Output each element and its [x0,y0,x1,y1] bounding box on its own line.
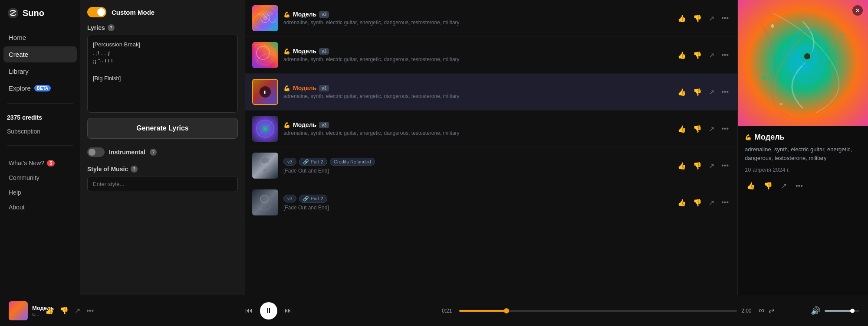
share-button[interactable]: ↗ [707,86,716,98]
like-button[interactable]: 👍 [676,49,688,61]
share-button[interactable]: ↗ [707,13,716,24]
player-share-button[interactable]: ↗ [73,305,82,316]
like-button[interactable]: 👍 [676,160,688,172]
song-thumbnail [252,116,278,142]
generate-lyrics-button[interactable]: Generate Lyrics [87,118,238,139]
list-item[interactable]: v3 🔗 Part 2 [Fade Out and End] 👍 👎 ↗ ••• [245,184,737,221]
player-info-text: Модель adrenaline, synth, electr [32,305,39,316]
sidebar-item-help[interactable]: Help [3,186,77,199]
list-item[interactable]: v3 🔗 Part 2 Credits Refunded [Fade Out a… [245,147,737,184]
share-button[interactable]: ↗ [707,160,716,172]
album-art-svg [738,0,868,126]
close-panel-button[interactable]: ✕ [852,5,863,16]
app-logo: Suno [0,7,80,29]
song-thumbnail [252,189,278,215]
share-button[interactable]: ↗ [707,123,716,135]
dislike-button[interactable]: 👎 [691,160,704,172]
song-info: v3 🔗 Part 2 [Fade Out and End] [283,195,671,211]
svg-point-18 [841,33,843,36]
sidebar-item-whats-new[interactable]: What's New? 5 [3,156,77,170]
style-label: Style of Music ? [87,166,238,173]
instrumental-help-icon[interactable]: ? [150,149,157,156]
svg-point-21 [780,103,783,105]
skip-back-button[interactable]: ⏮ [245,306,253,315]
like-button[interactable]: 👍 [676,123,688,135]
thumb-art [252,5,278,31]
dislike-button-right[interactable]: 👎 [762,180,774,192]
dislike-button[interactable]: 👎 [691,123,704,135]
song-title-row: v3 🔗 Part 2 [283,195,671,203]
current-time: 0:21 [442,308,455,314]
dislike-button[interactable]: 👎 [691,197,704,209]
sidebar-item-library[interactable]: Library [3,63,77,79]
instrumental-toggle[interactable] [87,147,105,157]
player-bar: Модель adrenaline, synth, electr 👍 👎 ↗ •… [0,295,868,326]
more-button[interactable]: ••• [720,86,730,98]
song-tags: adrenaline, synth, electric guitar, ener… [283,130,671,136]
muscle-icon: 💪 [283,48,290,55]
dislike-button[interactable]: 👎 [691,13,704,24]
skip-forward-button[interactable]: ⏭ [284,306,292,315]
more-button[interactable]: ••• [720,13,730,24]
player-like-button[interactable]: 👍 [43,305,56,316]
song-info: 💪 Модель v3 adrenaline, synth, electric … [283,121,671,136]
share-button-right[interactable]: ↗ [779,180,789,192]
shuffle-button[interactable]: ⇄ [769,306,774,315]
sidebar-item-create[interactable]: Create [3,46,77,62]
loop-button[interactable]: ∞ [759,306,764,315]
list-item[interactable]: 💪 Модель v3 adrenaline, synth, electric … [245,37,737,74]
song-title-row: v3 🔗 Part 2 Credits Refunded [283,158,671,166]
list-item[interactable]: 💪 Модель v3 adrenaline, synth, electric … [245,0,737,37]
dislike-button[interactable]: 👎 [691,49,704,61]
share-button[interactable]: ↗ [707,49,716,61]
song-info: v3 🔗 Part 2 Credits Refunded [Fade Out a… [283,158,671,174]
total-time: 2:00 [741,308,754,314]
song-actions: 👍 👎 ↗ ••• [676,197,730,209]
thumb-art [252,189,278,215]
sidebar-item-community[interactable]: Community [3,171,77,185]
like-button[interactable]: 👍 [676,86,688,98]
lyrics-help-icon[interactable]: ? [108,24,115,31]
like-button[interactable]: 👍 [676,197,688,209]
song-actions: 👍 👎 ↗ ••• [676,160,730,172]
dislike-button[interactable]: 👎 [691,86,704,98]
create-panel: Custom Mode Lyrics ? [Percussion Break] … [80,0,245,295]
volume-icon[interactable]: 🔊 [811,306,820,316]
svg-point-10 [263,169,267,173]
link-icon: 🔗 [303,196,309,202]
player-controls: ⏮ ⏸ ⏭ [102,302,435,319]
more-button[interactable]: ••• [720,197,730,208]
list-item[interactable]: 💪 Модель v3 adrenaline, synth, electric … [245,111,737,147]
volume-bar[interactable] [825,310,859,312]
app-name: Suno [23,8,44,18]
sidebar-item-home[interactable]: Home [3,29,77,46]
credits-display[interactable]: 2375 credits [0,111,80,124]
player-dislike-button[interactable]: 👎 [58,305,70,316]
like-button-right[interactable]: 👍 [745,180,757,192]
style-input[interactable] [87,176,238,192]
svg-point-16 [804,53,810,59]
more-button[interactable]: ••• [720,49,730,61]
more-button-right[interactable]: ••• [794,180,805,192]
player-more-button[interactable]: ••• [85,305,95,316]
thumb-art [252,153,278,179]
player-subtitle: adrenaline, synth, electr [32,311,39,316]
muscle-icon: 💪 [283,122,290,128]
more-button[interactable]: ••• [720,123,730,134]
play-pause-button[interactable]: ⏸ [260,302,277,319]
sidebar-item-explore[interactable]: Explore BETA [3,80,77,96]
sidebar-bottom-items: What's New? 5 Community Help About [0,156,80,214]
like-button[interactable]: 👍 [676,13,688,24]
progress-bar[interactable] [459,310,737,312]
more-button[interactable]: ••• [720,160,730,171]
list-item[interactable]: ⏸ 💪 Модель v3 adrenaline, synth, electri… [245,74,737,111]
style-help-icon[interactable]: ? [131,166,138,173]
subscription-link[interactable]: Subscription [0,124,80,138]
sidebar-item-about[interactable]: About [3,200,77,214]
custom-mode-toggle[interactable] [87,7,106,17]
thumb-art [252,116,278,142]
lyrics-textarea[interactable]: [Percussion Break] . ¡! . . ¡! ¡¡ ¨·· ! … [87,35,238,113]
song-thumbnail [252,42,278,68]
share-button[interactable]: ↗ [707,197,716,209]
player-thumbnail [9,301,28,320]
